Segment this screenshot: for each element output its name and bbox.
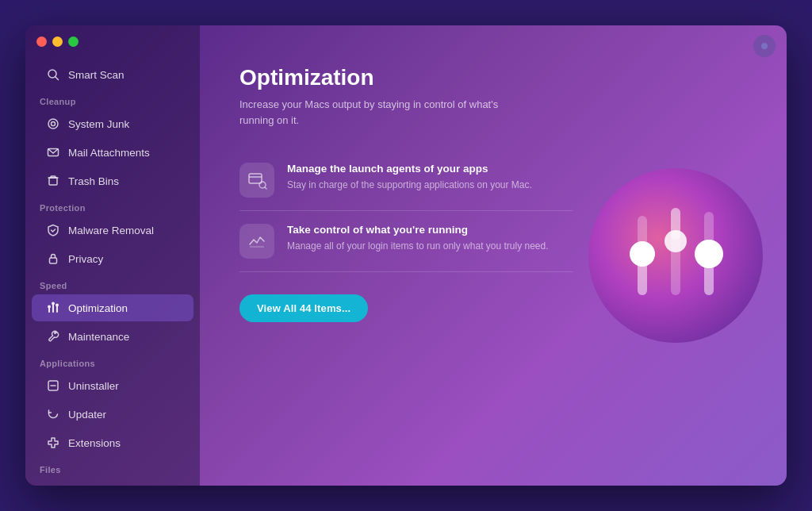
svg-point-2 [48, 119, 58, 129]
svg-line-25 [265, 187, 266, 189]
svg-point-12 [56, 304, 59, 307]
feature-title: Manage the launch agents of your apps [287, 163, 532, 175]
sidebar-item-privacy[interactable]: Privacy [32, 245, 193, 272]
smart-scan-icon [46, 67, 60, 82]
login-items-text: Take control of what you're running Mana… [287, 224, 549, 253]
sliders-svg [604, 192, 747, 319]
malware-removal-icon [46, 223, 60, 237]
extensions-icon [46, 436, 60, 450]
maximize-button[interactable] [68, 36, 79, 47]
sidebar-item-malware-removal[interactable]: Malware Removal [32, 217, 193, 244]
feature-card-login-items: Take control of what you're running Mana… [239, 211, 573, 272]
svg-point-10 [48, 305, 51, 309]
svg-point-3 [52, 122, 56, 126]
sidebar-section-speed: Speed [25, 273, 200, 294]
sidebar-item-smart-scan[interactable]: Smart Scan [32, 61, 193, 88]
space-lens-icon [46, 485, 60, 486]
sidebar-item-maintenance[interactable]: Maintenance [32, 323, 193, 350]
svg-point-11 [52, 302, 55, 305]
feature-cards-list: Manage the launch agents of your apps St… [239, 150, 573, 272]
login-items-icon [247, 231, 267, 252]
sidebar-item-trash-bins[interactable]: Trash Bins [32, 167, 193, 194]
optimization-illustration [588, 168, 763, 343]
sidebar-section-applications: Applications [25, 351, 200, 371]
page-subtitle: Increase your Macs output by staying in … [239, 97, 509, 128]
mail-attachments-icon [46, 145, 60, 159]
sidebar: Smart Scan Cleanup System Junk Mail Atta… [25, 25, 200, 486]
page-title: Optimization [239, 65, 755, 90]
privacy-icon [46, 252, 60, 266]
svg-rect-6 [50, 258, 57, 263]
launch-agents-text: Manage the launch agents of your apps St… [287, 163, 532, 192]
svg-point-35 [695, 240, 723, 268]
updater-icon [46, 407, 60, 421]
sidebar-item-label: Updater [68, 409, 106, 421]
sidebar-item-extensions[interactable]: Extensions [32, 429, 193, 456]
close-button[interactable] [36, 36, 47, 47]
illustration-circle [588, 168, 763, 343]
optimization-icon [46, 301, 60, 315]
launch-agents-icon [247, 170, 267, 190]
view-all-button[interactable]: View All 44 Items... [239, 294, 368, 322]
sidebar-section-files: Files [25, 457, 200, 478]
trash-bins-icon [46, 174, 60, 188]
sidebar-section-protection: Protection [25, 195, 200, 216]
feature-card-launch-agents: Manage the launch agents of your apps St… [239, 150, 573, 211]
system-junk-icon [46, 117, 60, 131]
sidebar-item-updater[interactable]: Updater [32, 401, 193, 428]
sidebar-item-label: Extensions [68, 437, 121, 449]
sidebar-item-optimization[interactable]: Optimization [32, 294, 193, 321]
svg-point-29 [630, 241, 655, 267]
uninstaller-icon [46, 378, 60, 393]
svg-rect-5 [49, 178, 57, 185]
svg-point-32 [665, 230, 687, 252]
feature-description: Manage all of your login items to run on… [287, 239, 549, 253]
app-window: Smart Scan Cleanup System Junk Mail Atta… [25, 25, 787, 486]
sidebar-item-label: Trash Bins [68, 175, 119, 187]
sidebar-item-system-junk[interactable]: System Junk [32, 110, 193, 137]
sidebar-item-uninstaller[interactable]: Uninstaller [32, 372, 193, 399]
sidebar-item-label: Malware Removal [68, 225, 154, 236]
login-items-icon-box [239, 224, 274, 259]
main-content: Optimization Increase your Macs output b… [200, 25, 787, 486]
sidebar-item-label: System Junk [68, 118, 129, 130]
settings-button[interactable] [753, 35, 776, 57]
minimize-button[interactable] [52, 36, 63, 47]
svg-rect-22 [249, 174, 262, 183]
feature-description: Stay in charge of the supporting applica… [287, 178, 532, 192]
sidebar-item-label: Optimization [68, 302, 128, 314]
sidebar-section-cleanup: Cleanup [25, 89, 200, 110]
sidebar-item-space-lens[interactable]: Space Lens [32, 478, 193, 486]
sidebar-item-label: Uninstaller [68, 380, 119, 392]
launch-agents-icon-box [239, 163, 274, 198]
title-bar [36, 36, 79, 47]
sidebar-item-label: Smart Scan [68, 69, 124, 81]
feature-title: Take control of what you're running [287, 224, 549, 236]
sidebar-item-mail-attachments[interactable]: Mail Attachments [32, 139, 193, 166]
sidebar-item-label: Maintenance [68, 331, 129, 343]
sidebar-item-label: Mail Attachments [68, 147, 150, 159]
maintenance-icon [46, 329, 60, 344]
svg-line-1 [56, 77, 59, 80]
sidebar-item-label: Privacy [68, 253, 103, 265]
